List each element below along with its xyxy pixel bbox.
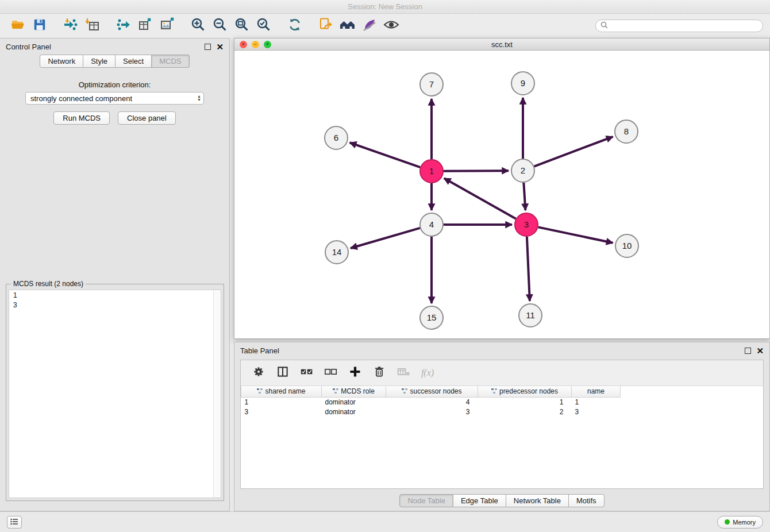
column-header-mcds-role[interactable]: MCDS role xyxy=(322,386,386,397)
table-settings-button[interactable] xyxy=(249,364,268,381)
network-view-window: × − + scc.txt 7968124314101511 xyxy=(234,38,770,339)
node-2[interactable]: 2 xyxy=(511,159,534,182)
share-network-button[interactable] xyxy=(315,17,337,35)
svg-text:2: 2 xyxy=(521,165,525,175)
result-scrollbar[interactable] xyxy=(213,290,221,498)
zoom-fit-button[interactable] xyxy=(231,17,253,35)
search-input[interactable] xyxy=(611,22,758,30)
node-9[interactable]: 9 xyxy=(511,72,534,95)
table-cell[interactable]: dominator xyxy=(322,397,386,407)
table-cell[interactable]: 1 xyxy=(241,397,322,407)
tab-select[interactable]: Select xyxy=(116,55,152,68)
node-10[interactable]: 10 xyxy=(615,234,638,257)
export-table-button[interactable] xyxy=(134,17,156,35)
refresh-view-button[interactable] xyxy=(284,17,306,35)
close-panel-icon[interactable]: ✕ xyxy=(216,44,224,50)
edge-2-8[interactable] xyxy=(534,137,613,167)
network-window-titlebar[interactable]: × − + scc.txt xyxy=(234,38,769,51)
edge-1-6[interactable] xyxy=(350,142,421,167)
node-3[interactable]: 3 xyxy=(515,213,538,236)
run-mcds-button[interactable]: Run MCDS xyxy=(53,111,110,125)
node-8[interactable]: 8 xyxy=(615,120,638,143)
table-row[interactable]: 1dominator411 xyxy=(241,397,621,407)
tab-node-table[interactable]: Node Table xyxy=(399,494,453,507)
task-history-button[interactable] xyxy=(7,516,22,529)
table-cell[interactable]: 1 xyxy=(478,397,572,407)
column-header-successor-nodes[interactable]: successor nodes xyxy=(386,386,478,397)
edge-3-10[interactable] xyxy=(538,227,613,242)
mcds-result-list[interactable]: 13 xyxy=(9,290,221,498)
tab-style[interactable]: Style xyxy=(83,55,116,68)
tab-mcds[interactable]: MCDS xyxy=(152,55,189,68)
edge-1-2[interactable] xyxy=(444,171,509,171)
node-table: shared name MCDS role successor nodes pr… xyxy=(241,386,621,417)
import-table-button[interactable] xyxy=(82,17,103,35)
tab-edge-table[interactable]: Edge Table xyxy=(453,494,506,507)
tab-motifs[interactable]: Motifs xyxy=(569,494,605,507)
tab-network-table[interactable]: Network Table xyxy=(506,494,569,507)
node-14[interactable]: 14 xyxy=(325,241,348,264)
export-image-icon xyxy=(160,17,175,34)
open-session-button[interactable] xyxy=(7,17,29,35)
criterion-select[interactable]: strongly connected component ▲▼ xyxy=(25,92,204,105)
mcds-result-title: MCDS result (2 nodes) xyxy=(11,280,86,288)
node-1[interactable]: 1 xyxy=(420,160,443,183)
table-cell[interactable]: 3 xyxy=(572,407,621,417)
table-cell[interactable]: dominator xyxy=(322,407,386,417)
edge-3-1[interactable] xyxy=(444,178,516,218)
edge-4-14[interactable] xyxy=(351,228,420,248)
table-cell[interactable]: 3 xyxy=(241,407,322,417)
column-header-shared-name[interactable]: shared name xyxy=(241,386,322,397)
svg-text:11: 11 xyxy=(526,310,535,320)
add-row-button[interactable] xyxy=(345,364,365,381)
select-all-rows-button[interactable] xyxy=(297,364,317,381)
node-11[interactable]: 11 xyxy=(519,304,542,327)
table-panel-tabs: Node Table Edge Table Network Table Moti… xyxy=(234,494,769,507)
table-cell[interactable]: 1 xyxy=(572,397,621,407)
table-cell[interactable]: 3 xyxy=(386,407,478,417)
zoom-fit-icon xyxy=(234,17,249,34)
node-7[interactable]: 7 xyxy=(420,73,443,96)
edge-2-3[interactable] xyxy=(523,183,525,210)
close-panel-button[interactable]: Close panel xyxy=(118,111,176,125)
zoom-selected-button[interactable] xyxy=(253,17,275,35)
float-panel-icon[interactable] xyxy=(205,44,211,50)
toggle-columns-button[interactable] xyxy=(273,364,292,381)
table-cell[interactable]: 2 xyxy=(478,407,572,417)
svg-text:10: 10 xyxy=(622,241,632,250)
quick-search[interactable] xyxy=(595,20,763,32)
save-session-button[interactable] xyxy=(29,17,51,35)
node-4[interactable]: 4 xyxy=(420,213,443,236)
delete-rows-button[interactable] xyxy=(369,364,389,381)
edge-3-11[interactable] xyxy=(527,237,530,301)
table-row[interactable]: 3dominator323 xyxy=(241,407,621,417)
close-table-panel-icon[interactable]: ✕ xyxy=(756,348,764,354)
window-titlebar[interactable]: Session: New Session xyxy=(0,0,770,14)
export-network-button[interactable] xyxy=(113,17,134,35)
function-builder-button[interactable]: f(x) xyxy=(418,364,437,381)
node-15[interactable]: 15 xyxy=(420,306,443,329)
zoom-in-button[interactable] xyxy=(187,17,209,35)
deselect-all-icon xyxy=(324,365,338,380)
node-6[interactable]: 6 xyxy=(325,126,348,149)
minimize-window-icon[interactable]: − xyxy=(252,41,259,48)
close-window-icon[interactable]: × xyxy=(240,41,247,48)
zoom-out-button[interactable] xyxy=(209,17,231,35)
export-image-button[interactable] xyxy=(156,17,178,35)
tab-network[interactable]: Network xyxy=(40,55,83,68)
float-table-panel-icon[interactable] xyxy=(745,348,751,354)
style-brush-button[interactable] xyxy=(359,17,380,35)
show-graphics-button[interactable] xyxy=(380,17,402,35)
column-header-predecessor-nodes[interactable]: predecessor nodes xyxy=(478,386,572,397)
delete-table-button[interactable] xyxy=(394,364,413,381)
table-cell[interactable]: 4 xyxy=(386,397,478,407)
deselect-all-rows-button[interactable] xyxy=(321,364,341,381)
network-window-title: scc.txt xyxy=(491,40,513,49)
memory-button[interactable]: Memory xyxy=(717,516,763,529)
column-header-name[interactable]: name xyxy=(572,386,621,397)
svg-text:9: 9 xyxy=(521,78,525,88)
zoom-window-icon[interactable]: + xyxy=(264,41,271,48)
import-network-button[interactable] xyxy=(60,17,82,35)
home-button[interactable] xyxy=(337,17,359,35)
network-canvas[interactable]: 7968124314101511 xyxy=(234,51,769,338)
